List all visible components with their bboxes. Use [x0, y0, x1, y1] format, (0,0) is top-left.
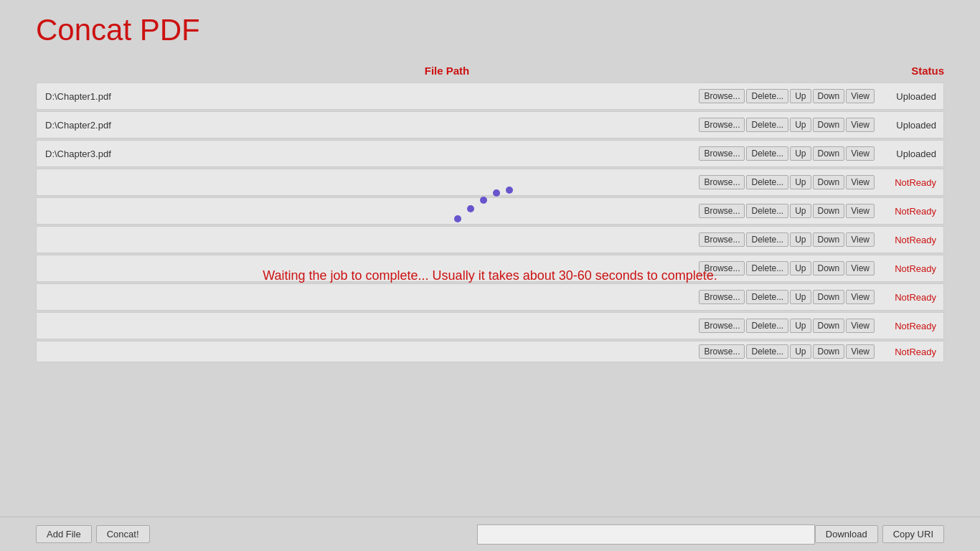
up-button[interactable]: Up — [790, 290, 811, 304]
browse-button[interactable]: Browse... — [699, 146, 745, 161]
row-actions: Browse... Delete... Up Down View — [699, 146, 875, 161]
down-button[interactable]: Down — [813, 261, 845, 276]
view-button[interactable]: View — [846, 89, 875, 103]
add-file-button[interactable]: Add File — [36, 525, 92, 543]
browse-button[interactable]: Browse... — [699, 118, 745, 132]
table-row: D:\Chapter2.pdf Browse... Delete... Up D… — [36, 111, 944, 138]
col-status-header: Status — [858, 65, 944, 77]
browse-button[interactable]: Browse... — [699, 319, 745, 333]
up-button[interactable]: Up — [790, 261, 811, 276]
up-button[interactable]: Up — [790, 319, 811, 333]
file-path: D:\Chapter3.pdf — [41, 149, 699, 159]
down-button[interactable]: Down — [813, 175, 845, 189]
delete-button[interactable]: Delete... — [746, 146, 788, 161]
row-actions: Browse... Delete... Up Down View — [699, 204, 875, 218]
row-actions: Browse... Delete... Up Down View — [699, 319, 875, 333]
view-button[interactable]: View — [846, 204, 875, 218]
browse-button[interactable]: Browse... — [699, 261, 745, 276]
up-button[interactable]: Up — [790, 232, 811, 247]
delete-button[interactable]: Delete... — [746, 344, 788, 359]
delete-button[interactable]: Delete... — [746, 261, 788, 276]
status-badge: NotReady — [875, 206, 939, 217]
row-actions: Browse... Delete... Up Down View — [699, 232, 875, 247]
table-row: D:\Chapter1.pdf Browse... Delete... Up D… — [36, 83, 944, 110]
copy-uri-button[interactable]: Copy URI — [882, 525, 944, 543]
table-row: Browse... Delete... Up Down View NotRead… — [36, 169, 944, 196]
down-button[interactable]: Down — [813, 232, 845, 247]
delete-button[interactable]: Delete... — [746, 232, 788, 247]
output-uri-input[interactable] — [477, 524, 815, 545]
row-actions: Browse... Delete... Up Down View — [699, 290, 875, 304]
browse-button[interactable]: Browse... — [699, 175, 745, 189]
up-button[interactable]: Up — [790, 118, 811, 132]
down-button[interactable]: Down — [813, 89, 845, 103]
table-row: Browse... Delete... Up Down View NotRead… — [36, 255, 944, 282]
view-button[interactable]: View — [846, 146, 875, 161]
bottom-left-actions: Add File Concat! — [36, 525, 150, 543]
delete-button[interactable]: Delete... — [746, 89, 788, 103]
bottom-bar: Add File Concat! Download Copy URI — [0, 517, 980, 551]
file-table: File Path Status D:\Chapter1.pdf Browse.… — [36, 60, 944, 362]
file-path: D:\Chapter2.pdf — [41, 120, 699, 131]
up-button[interactable]: Up — [790, 204, 811, 218]
browse-button[interactable]: Browse... — [699, 344, 745, 359]
browse-button[interactable]: Browse... — [699, 232, 745, 247]
down-button[interactable]: Down — [813, 146, 845, 161]
status-badge: Uploaded — [875, 120, 939, 131]
row-actions: Browse... Delete... Up Down View — [699, 118, 875, 132]
status-badge: NotReady — [875, 263, 939, 274]
status-badge: Uploaded — [875, 149, 939, 159]
delete-button[interactable]: Delete... — [746, 319, 788, 333]
table-row: Browse... Delete... Up Down View NotRead… — [36, 341, 944, 362]
status-badge: NotReady — [875, 347, 939, 357]
status-badge: Uploaded — [875, 91, 939, 102]
view-button[interactable]: View — [846, 175, 875, 189]
row-actions: Browse... Delete... Up Down View — [699, 261, 875, 276]
up-button[interactable]: Up — [790, 146, 811, 161]
download-button[interactable]: Download — [815, 525, 878, 543]
delete-button[interactable]: Delete... — [746, 118, 788, 132]
status-badge: NotReady — [875, 235, 939, 245]
view-button[interactable]: View — [846, 232, 875, 247]
up-button[interactable]: Up — [790, 89, 811, 103]
table-row: Browse... Delete... Up Down View NotRead… — [36, 283, 944, 311]
view-button[interactable]: View — [846, 290, 875, 304]
up-button[interactable]: Up — [790, 175, 811, 189]
row-actions: Browse... Delete... Up Down View — [699, 89, 875, 103]
concat-button[interactable]: Concat! — [96, 525, 150, 543]
file-path: D:\Chapter1.pdf — [41, 91, 699, 102]
status-badge: NotReady — [875, 177, 939, 188]
view-button[interactable]: View — [846, 118, 875, 132]
down-button[interactable]: Down — [813, 204, 845, 218]
row-actions: Browse... Delete... Up Down View — [699, 344, 875, 359]
browse-button[interactable]: Browse... — [699, 89, 745, 103]
table-row: Browse... Delete... Up Down View NotRead… — [36, 197, 944, 225]
down-button[interactable]: Down — [813, 319, 845, 333]
up-button[interactable]: Up — [790, 344, 811, 359]
table-row: D:\Chapter3.pdf Browse... Delete... Up D… — [36, 140, 944, 167]
app-title: Concat PDF — [0, 0, 980, 60]
col-filepath-header: File Path — [36, 65, 858, 77]
status-badge: NotReady — [875, 292, 939, 303]
view-button[interactable]: View — [846, 344, 875, 359]
view-button[interactable]: View — [846, 319, 875, 333]
down-button[interactable]: Down — [813, 290, 845, 304]
browse-button[interactable]: Browse... — [699, 204, 745, 218]
delete-button[interactable]: Delete... — [746, 175, 788, 189]
status-badge: NotReady — [875, 321, 939, 331]
row-actions: Browse... Delete... Up Down View — [699, 175, 875, 189]
table-header: File Path Status — [36, 60, 944, 81]
delete-button[interactable]: Delete... — [746, 290, 788, 304]
down-button[interactable]: Down — [813, 118, 845, 132]
down-button[interactable]: Down — [813, 344, 845, 359]
table-row: Browse... Delete... Up Down View NotRead… — [36, 312, 944, 339]
browse-button[interactable]: Browse... — [699, 290, 745, 304]
bottom-right-actions: Download Copy URI — [815, 525, 944, 543]
delete-button[interactable]: Delete... — [746, 204, 788, 218]
view-button[interactable]: View — [846, 261, 875, 276]
table-row: Browse... Delete... Up Down View NotRead… — [36, 226, 944, 253]
